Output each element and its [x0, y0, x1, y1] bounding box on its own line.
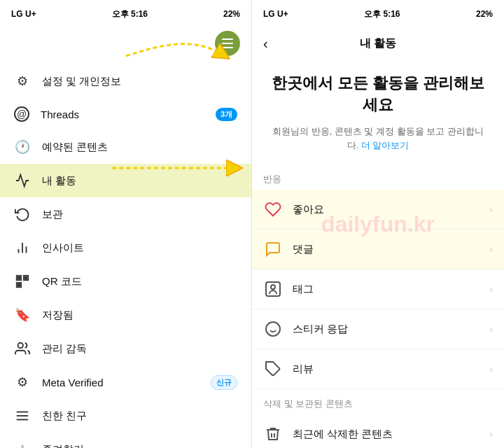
menu-item-archive[interactable]: 보관 [0, 197, 251, 231]
hero-section: 한곳에서 모든 활동을 관리해보세요 회원님의 반응, 콘텐츠 및 계정 활동을… [252, 59, 504, 164]
favorites-icon: ☆ [14, 441, 31, 448]
stickers-label: 스티커 응답 [293, 323, 479, 336]
archive-icon [14, 206, 31, 223]
settings-icon: ⚙ [14, 73, 31, 90]
tag-person-icon [263, 279, 283, 299]
status-bar-right: LG U+ 오후 5:16 22% [252, 0, 504, 28]
menu-label-saved: 저장됨 [42, 309, 237, 322]
menu-item-insight[interactable]: 인사이트 [0, 231, 251, 265]
status-bar-left: LG U+ 오후 5:16 22% [0, 0, 251, 28]
qr-icon [14, 273, 31, 290]
deleted-chevron: › [489, 428, 493, 440]
menu-list: ⚙ 설정 및 개인정보 @ Threads 3개 🕐 예약된 콘텐츠 내 활동 [0, 59, 251, 448]
review-icon [263, 359, 283, 379]
battery-left: 22% [223, 9, 240, 19]
activity-item-comments[interactable]: 댓글 › [252, 230, 504, 270]
menu-item-threads[interactable]: @ Threads 3개 [0, 98, 251, 130]
menu-label-settings: 설정 및 개인정보 [42, 75, 237, 88]
svg-point-18 [18, 343, 23, 348]
back-button[interactable]: ‹ [263, 36, 268, 52]
hamburger-button[interactable] [215, 31, 240, 56]
supervision-icon [14, 340, 31, 357]
section-label-deleted: 삭제 및 보관된 콘텐츠 [252, 389, 504, 414]
menu-item-qr[interactable]: QR 코드 [0, 265, 251, 298]
saved-icon: 🔖 [14, 307, 31, 323]
reviews-label: 리뷰 [293, 363, 479, 376]
tags-chevron: › [489, 284, 493, 295]
time-right: 오후 5:16 [364, 8, 400, 20]
menu-label-supervision: 관리 감독 [42, 342, 237, 356]
stickers-chevron: › [489, 323, 493, 335]
tags-label: 태그 [293, 283, 479, 296]
insight-icon [14, 239, 31, 256]
menu-label-threads: Threads [41, 108, 204, 120]
menu-label-favorites: 즐겨찾기 [42, 443, 237, 449]
menu-item-activity[interactable]: 내 활동 [0, 164, 251, 197]
deleted-label: 최근에 삭제한 콘텐츠 [293, 428, 479, 441]
clock-icon: 🕐 [14, 139, 31, 155]
menu-item-verified[interactable]: ⚙ Meta Verified 신규 [0, 365, 251, 399]
menu-label-close-friends: 친한 친구 [42, 410, 237, 423]
right-panel: LG U+ 오후 5:16 22% ‹ 내 활동 한곳에서 모든 활동을 관리해… [252, 0, 504, 448]
menu-item-favorites[interactable]: ☆ 즐겨찾기 [0, 433, 251, 448]
menu-item-settings[interactable]: ⚙ 설정 및 개인정보 [0, 64, 251, 98]
menu-label-reserved: 예약된 콘텐츠 [42, 141, 237, 154]
content-area: 한곳에서 모든 활동을 관리해보세요 회원님의 반응, 콘텐츠 및 계정 활동을… [252, 59, 504, 448]
comment-icon [263, 239, 283, 259]
left-panel: LG U+ 오후 5:16 22% ⚙ 설정 및 개인정보 @ Threads … [0, 0, 252, 448]
activity-item-reviews[interactable]: 리뷰 › [252, 349, 504, 389]
close-friends-icon [14, 407, 31, 424]
svg-point-26 [271, 285, 275, 289]
threads-icon: @ [14, 106, 29, 122]
nav-header: ‹ 내 활동 [252, 28, 504, 59]
svg-rect-7 [25, 277, 27, 279]
threads-badge: 3개 [216, 108, 237, 121]
reviews-chevron: › [489, 363, 493, 374]
learn-more-link[interactable]: 더 알아보기 [361, 140, 410, 150]
sticker-icon [263, 319, 283, 339]
carrier-left: LG U+ [11, 9, 36, 19]
menu-label-archive: 보관 [42, 208, 237, 221]
menu-header [0, 28, 251, 59]
verified-icon: ⚙ [14, 374, 31, 391]
menu-item-supervision[interactable]: 관리 감독 [0, 332, 251, 365]
menu-label-verified: Meta Verified [42, 377, 200, 388]
carrier-right: LG U+ [263, 9, 288, 19]
activity-item-tags[interactable]: 태그 › [252, 270, 504, 309]
hero-desc: 회원님의 반응, 콘텐츠 및 계정 활동을 보고 관리합니다. 더 알아보기 [269, 125, 487, 154]
comments-label: 댓글 [293, 243, 479, 256]
menu-item-close-friends[interactable]: 친한 친구 [0, 399, 251, 433]
heart-icon [263, 200, 283, 219]
menu-label-activity: 내 활동 [42, 174, 237, 188]
battery-right: 22% [476, 9, 493, 19]
time-left: 오후 5:16 [112, 8, 148, 20]
svg-rect-6 [18, 277, 20, 279]
page-title: 내 활동 [360, 36, 396, 51]
section-label-reactions: 반응 [252, 164, 504, 190]
activity-item-deleted[interactable]: 최근에 삭제한 콘텐츠 › [252, 414, 504, 448]
activity-icon [14, 172, 31, 189]
activity-item-likes[interactable]: 좋아요 › [252, 190, 504, 230]
menu-item-saved[interactable]: 🔖 저장됨 [0, 298, 251, 332]
svg-point-27 [266, 322, 280, 336]
menu-label-qr: QR 코드 [42, 275, 237, 288]
trash-icon [263, 424, 283, 444]
hero-title: 한곳에서 모든 활동을 관리해보세요 [269, 73, 487, 116]
likes-chevron: › [489, 204, 493, 215]
comments-chevron: › [489, 244, 493, 255]
svg-rect-8 [18, 284, 20, 286]
menu-label-insight: 인사이트 [42, 241, 237, 255]
verified-badge: 신규 [211, 375, 237, 390]
activity-item-stickers[interactable]: 스티커 응답 › [252, 309, 504, 349]
likes-label: 좋아요 [293, 203, 479, 216]
menu-item-reserved[interactable]: 🕐 예약된 콘텐츠 [0, 130, 251, 164]
